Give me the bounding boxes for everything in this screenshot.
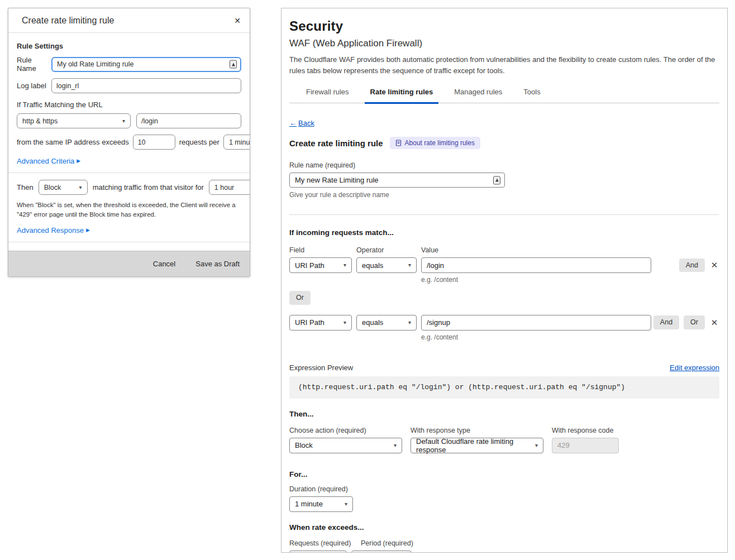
action-select-value: Block: [44, 184, 61, 192]
remove-row-icon[interactable]: ✕: [709, 318, 719, 328]
response-type-label: With response type: [411, 427, 543, 434]
rule-name-input[interactable]: [51, 57, 241, 72]
requests-label: Requests (required): [289, 539, 361, 547]
period-select[interactable]: 1 minute ▾: [223, 135, 250, 150]
rule-name-label: Rule Name: [17, 56, 51, 73]
threshold-row: from the same IP address exceeds request…: [17, 135, 241, 150]
chevron-down-icon: ▾: [394, 443, 397, 448]
chevron-down-icon: ▾: [122, 118, 125, 124]
legacy-rate-limit-dialog: Create rate limiting rule ✕ Rule Setting…: [8, 8, 250, 277]
back-link[interactable]: ← Back: [289, 119, 314, 127]
requests-per-text: requests per: [179, 138, 219, 146]
period-select-value: 1 minute: [229, 138, 250, 146]
waf-security-panel: Security WAF (Web Application Firewall) …: [281, 8, 728, 553]
period-label: Period (required): [361, 539, 413, 547]
then-heading: Then...: [289, 410, 719, 418]
edit-expression-link[interactable]: Edit expression: [670, 363, 719, 372]
or-connector-button[interactable]: Or: [289, 291, 311, 305]
close-icon[interactable]: ✕: [234, 17, 241, 25]
expression-preview-label: Expression Preview: [289, 363, 353, 372]
cancel-button[interactable]: Cancel: [153, 260, 175, 268]
divider: [8, 242, 250, 242]
rule-name-label: Rule name (required): [289, 161, 719, 169]
divider: [289, 214, 719, 215]
requests-input[interactable]: [289, 551, 347, 553]
log-label-row: Log label: [17, 78, 241, 93]
then-label: Then: [17, 183, 34, 192]
chevron-right-icon: ▶: [86, 228, 90, 233]
book-icon: [395, 140, 402, 146]
about-rate-limiting-badge[interactable]: About rate limiting rules: [390, 137, 480, 149]
chevron-down-icon: ▾: [343, 320, 346, 326]
operator-select[interactable]: equals ▾: [356, 315, 417, 331]
chevron-down-icon: ▾: [343, 262, 346, 268]
form-title: Create rate limiting rule: [289, 138, 383, 148]
tab-rate-limiting-rules[interactable]: Rate limiting rules: [368, 85, 436, 103]
match-row: URI Path ▾ equals ▾ And Or ✕: [289, 315, 719, 331]
response-code-label: With response code: [552, 427, 613, 434]
dialog-footer: Cancel Save as Draft: [8, 251, 250, 276]
match-column-labels: Field Operator Value: [289, 246, 719, 254]
response-type-select[interactable]: Default Cloudflare rate limiting respons…: [411, 438, 543, 453]
value-input[interactable]: [421, 257, 651, 273]
rate-period-select[interactable]: 1 minute ▾: [351, 551, 412, 553]
log-label-input[interactable]: [51, 78, 241, 93]
chevron-down-icon: ▾: [408, 262, 411, 268]
chevron-down-icon: ▾: [79, 185, 82, 190]
block-duration-value: 1 hour: [214, 184, 234, 192]
tab-tools[interactable]: Tools: [521, 85, 542, 103]
value-hint: e.g. /content: [421, 276, 719, 284]
tab-firewall-rules[interactable]: Firewall rules: [304, 85, 351, 103]
value-input[interactable]: [421, 315, 651, 331]
advanced-response-link[interactable]: Advanced Response ▶: [17, 226, 90, 234]
requests-input[interactable]: [133, 135, 175, 150]
block-duration-select[interactable]: 1 hour ▾: [209, 180, 250, 195]
advanced-criteria-link[interactable]: Advanced Criteria ▶: [17, 157, 80, 165]
and-button[interactable]: And: [653, 315, 679, 329]
then-suffix-text: matching traffic from that visitor for: [93, 183, 204, 192]
rule-name-help: Give your rule a descriptive name: [289, 191, 719, 199]
expression-preview-code: (http.request.uri.path eq "/login") or (…: [289, 376, 719, 399]
tab-managed-rules[interactable]: Managed rules: [452, 85, 504, 103]
log-label-label: Log label: [17, 82, 51, 90]
operator-column-label: Operator: [356, 246, 417, 254]
field-select[interactable]: URI Path ▾: [289, 257, 352, 273]
chevron-down-icon: ▾: [535, 443, 538, 448]
url-match-row: http & https ▾: [17, 113, 241, 128]
value-hint: e.g. /content: [421, 333, 719, 341]
rule-settings-heading: Rule Settings: [17, 42, 241, 50]
chevron-right-icon: ▶: [77, 159, 80, 164]
dialog-header: Create rate limiting rule ✕: [8, 8, 250, 33]
autofill-icon[interactable]: [230, 60, 237, 69]
operator-select[interactable]: equals ▾: [356, 257, 417, 273]
for-heading: For...: [289, 470, 719, 478]
duration-label: Duration (required): [289, 485, 719, 493]
back-arrow-icon: ←: [289, 119, 297, 127]
form-title-row: Create rate limiting rule About rate lim…: [289, 137, 719, 149]
scheme-select-value: http & https: [22, 117, 58, 125]
remove-row-icon[interactable]: ✕: [709, 260, 719, 270]
screenshot-canvas: Create rate limiting rule ✕ Rule Setting…: [0, 0, 735, 560]
duration-select[interactable]: 1 minute ▾: [289, 496, 353, 512]
field-select[interactable]: URI Path ▾: [289, 315, 352, 331]
action-select[interactable]: Block ▾: [39, 180, 88, 195]
rule-name-row: Rule Name: [17, 56, 241, 73]
rules-tabs: Firewall rules Rate limiting rules Manag…: [289, 85, 719, 103]
exceeds-prefix-text: from the same IP address exceeds: [17, 138, 129, 146]
then-row: Then Block ▾ matching traffic from that …: [17, 180, 241, 195]
scheme-select[interactable]: http & https ▾: [17, 113, 131, 128]
autofill-icon[interactable]: [493, 176, 500, 184]
save-as-draft-button[interactable]: Save as Draft: [195, 260, 240, 268]
chevron-down-icon: ▾: [345, 501, 347, 507]
choose-action-label: Choose action (required): [289, 427, 402, 434]
url-input[interactable]: [136, 113, 241, 128]
and-button[interactable]: And: [679, 259, 705, 272]
chevron-down-icon: ▾: [408, 320, 411, 326]
rule-name-input[interactable]: [289, 173, 505, 188]
action-select[interactable]: Block ▾: [289, 438, 402, 453]
field-column-label: Field: [289, 246, 352, 254]
page-title: Security: [289, 18, 719, 34]
value-column-label: Value: [421, 246, 438, 254]
dialog-body: Rule Settings Rule Name Log label If Tra…: [8, 33, 250, 251]
or-button[interactable]: Or: [684, 315, 705, 329]
